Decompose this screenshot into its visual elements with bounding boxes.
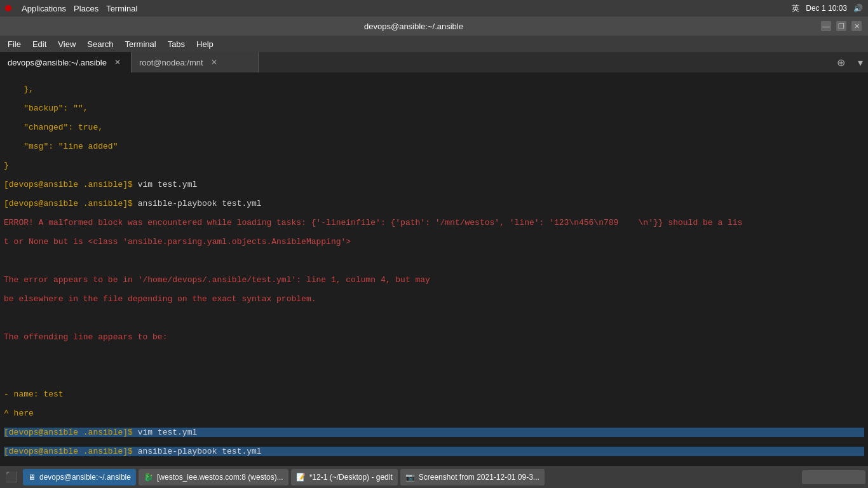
volume-icon[interactable]: 🔊 bbox=[853, 4, 863, 13]
window-title: devops@ansible:~/.ansible bbox=[6, 22, 821, 31]
terminal[interactable]: }, "backup": "", "changed": true, "msg":… bbox=[0, 72, 868, 466]
tab-1[interactable]: devops@ansible:~/.ansible ✕ bbox=[0, 52, 132, 72]
menu-view[interactable]: View bbox=[53, 38, 81, 50]
menu-bar: File Edit View Search Terminal Tabs Help bbox=[0, 36, 868, 52]
tab-2-close[interactable]: ✕ bbox=[208, 57, 220, 68]
applications-menu[interactable]: Applications bbox=[22, 4, 66, 13]
close-button[interactable]: ✕ bbox=[851, 21, 862, 31]
tab-1-close[interactable]: ✕ bbox=[112, 57, 123, 68]
taskbar-terminal1[interactable]: 🖥 devops@ansible:~/.ansible bbox=[23, 469, 136, 485]
menu-edit[interactable]: Edit bbox=[27, 38, 51, 50]
tab-spacer bbox=[259, 52, 832, 72]
taskbar-screenshot[interactable]: 📷 Screenshot from 2021-12-01 09-3... bbox=[400, 469, 545, 485]
workspace-button[interactable]: ⬛ bbox=[3, 471, 20, 483]
locale-indicator: 英 bbox=[792, 3, 799, 14]
taskbar-gedit[interactable]: 📝 *12-1 (~/Desktop) - gedit bbox=[291, 469, 398, 485]
gedit-label: *12-1 (~/Desktop) - gedit bbox=[309, 473, 393, 482]
taskbar: ⬛ 🖥 devops@ansible:~/.ansible 🐉 [westos_… bbox=[0, 466, 868, 488]
tab-bar: devops@ansible:~/.ansible ✕ root@nodea:/… bbox=[0, 52, 868, 72]
datetime: Dec 1 10:03 bbox=[806, 4, 847, 13]
tab-extra: ⊕ ▾ bbox=[832, 52, 868, 72]
tab-2-label: root@nodea:/mnt bbox=[139, 58, 203, 67]
menu-terminal[interactable]: Terminal bbox=[120, 38, 161, 50]
system-bar-left: Applications Places Terminal bbox=[5, 4, 137, 13]
app-icon bbox=[5, 4, 14, 13]
westos-label: [westos_lee.westos.com:8 (westos)... bbox=[157, 473, 283, 482]
menu-file[interactable]: File bbox=[3, 38, 26, 50]
system-bar: Applications Places Terminal 英 Dec 1 10:… bbox=[0, 0, 868, 17]
taskbar-search-input[interactable] bbox=[802, 470, 865, 484]
maximize-button[interactable]: ❐ bbox=[836, 21, 846, 31]
minimize-button[interactable]: — bbox=[821, 21, 831, 31]
title-bar-controls: — ❐ ✕ bbox=[821, 21, 862, 31]
westos-icon: 🐉 bbox=[144, 473, 153, 482]
menu-search[interactable]: Search bbox=[82, 38, 118, 50]
terminal1-label: devops@ansible:~/.ansible bbox=[39, 473, 131, 482]
menu-help[interactable]: Help bbox=[191, 38, 219, 50]
tab-menu-button[interactable]: ▾ bbox=[853, 57, 868, 69]
tab-1-label: devops@ansible:~/.ansible bbox=[8, 58, 107, 67]
gedit-icon: 📝 bbox=[296, 473, 306, 482]
taskbar-westos[interactable]: 🐉 [westos_lee.westos.com:8 (westos)... bbox=[139, 469, 288, 485]
terminal1-icon: 🖥 bbox=[28, 473, 36, 482]
system-bar-right: 英 Dec 1 10:03 🔊 bbox=[792, 3, 863, 14]
screenshot-icon: 📷 bbox=[405, 473, 415, 482]
title-bar: devops@ansible:~/.ansible — ❐ ✕ bbox=[0, 17, 868, 36]
screenshot-label: Screenshot from 2021-12-01 09-3... bbox=[419, 473, 539, 482]
menu-tabs[interactable]: Tabs bbox=[163, 38, 190, 50]
terminal-menu[interactable]: Terminal bbox=[106, 4, 137, 13]
places-menu[interactable]: Places bbox=[74, 4, 98, 13]
new-tab-button[interactable]: ⊕ bbox=[832, 57, 850, 69]
tab-2[interactable]: root@nodea:/mnt ✕ bbox=[132, 52, 259, 72]
